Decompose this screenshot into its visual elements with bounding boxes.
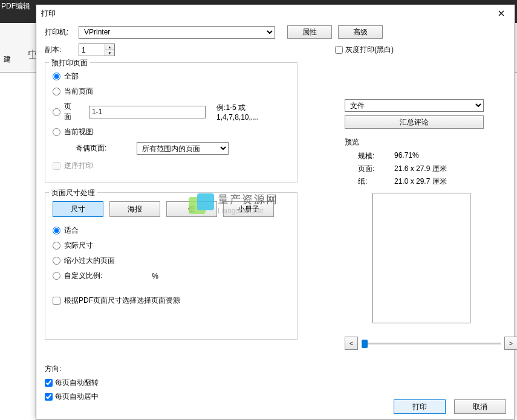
sizing-group: 页面尺寸处理 尺寸 海报 倍 小册子 适合 实际尺寸 缩小过大的页面 自定 bbox=[45, 192, 298, 340]
custom-unit: % bbox=[152, 272, 158, 280]
paper-size-value: 21.0 x 29.7 厘米 bbox=[394, 176, 517, 187]
radio-view[interactable] bbox=[53, 128, 60, 136]
page-range-input[interactable] bbox=[89, 106, 206, 118]
auto-center-checkbox[interactable]: 每页自动居中 bbox=[45, 392, 99, 402]
printer-select[interactable]: VPrinter bbox=[79, 26, 275, 39]
auto-rotate-checkbox[interactable]: 每页自动翻转 bbox=[45, 378, 99, 388]
radio-current[interactable] bbox=[53, 88, 60, 95]
page-range-example: 例:1-5 或 1,4,7,8,10,.... bbox=[216, 103, 290, 121]
reverse-checkbox bbox=[53, 162, 60, 170]
oddeven-select[interactable]: 所有范围内的页面 bbox=[137, 142, 229, 155]
advanced-button[interactable]: 高级 bbox=[338, 25, 383, 39]
preview-next-button[interactable]: > bbox=[504, 337, 517, 350]
radio-range[interactable] bbox=[53, 108, 60, 116]
page-range-legend: 预打印页面 bbox=[49, 58, 90, 68]
radio-fit[interactable] bbox=[53, 227, 60, 234]
grayscale-checkbox[interactable]: 灰度打印(黑白) bbox=[335, 45, 394, 55]
tab-multi[interactable]: 倍 bbox=[166, 201, 217, 217]
sizing-legend: 页面尺寸处理 bbox=[49, 188, 97, 198]
radio-shrink[interactable] bbox=[53, 257, 60, 265]
page-range-group: 预打印页面 全部 当前页面 页面 例:1-5 或 1,4,7,8,10,....… bbox=[45, 62, 298, 183]
orientation-header: 方向: bbox=[45, 364, 99, 374]
page-size-label: 页面: bbox=[358, 164, 394, 174]
scale-label: 规模: bbox=[358, 151, 394, 161]
dialog-title: 打印 bbox=[41, 8, 492, 19]
file-select[interactable]: 文件 bbox=[345, 99, 484, 112]
paper-source-checkbox[interactable] bbox=[53, 297, 60, 305]
copies-spinner[interactable]: ▲ ▼ bbox=[79, 44, 115, 56]
properties-button[interactable]: 属性 bbox=[287, 25, 332, 39]
preview-slider[interactable] bbox=[362, 343, 501, 344]
tab-booklet[interactable]: 小册子 bbox=[223, 201, 274, 217]
copies-down[interactable]: ▼ bbox=[105, 50, 114, 56]
close-button[interactable] bbox=[492, 7, 511, 20]
copies-label: 副本: bbox=[45, 45, 79, 55]
copies-input[interactable] bbox=[79, 44, 105, 56]
preview-label: 预览 bbox=[345, 137, 517, 147]
print-button[interactable]: 打印 bbox=[394, 399, 446, 414]
page-size-value: 21.6 x 27.9 厘米 bbox=[394, 164, 517, 174]
tab-size[interactable]: 尺寸 bbox=[53, 201, 103, 217]
app-tab: PDF编辑 bbox=[0, 0, 35, 13]
scale-value: 96.71% bbox=[394, 151, 517, 161]
radio-all[interactable] bbox=[53, 73, 60, 80]
preview-page bbox=[372, 193, 470, 323]
preview-prev-button[interactable]: < bbox=[345, 337, 358, 350]
paper-size-label: 纸: bbox=[358, 176, 394, 187]
copies-up[interactable]: ▲ bbox=[105, 44, 114, 50]
printer-label: 打印机: bbox=[45, 27, 79, 37]
tab-poster[interactable]: 海报 bbox=[109, 201, 160, 217]
close-icon bbox=[498, 10, 504, 16]
radio-custom[interactable] bbox=[53, 272, 60, 280]
cancel-button[interactable]: 取消 bbox=[454, 399, 506, 414]
toolbar-create-label: 建 bbox=[4, 54, 11, 65]
radio-actual[interactable] bbox=[53, 242, 60, 250]
oddeven-label: 奇偶页面: bbox=[76, 143, 106, 153]
summarize-comments-button[interactable]: 汇总评论 bbox=[345, 115, 484, 129]
print-dialog: 打印 打印机: VPrinter 属性 高级 副本: ▲ ▼ bbox=[36, 4, 515, 419]
